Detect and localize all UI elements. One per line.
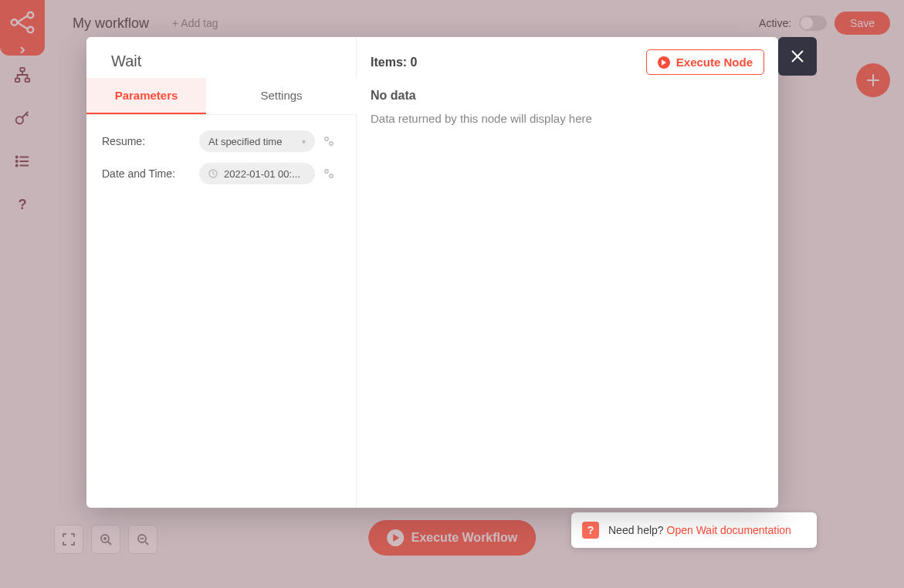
items-count: Items: 0 — [371, 56, 417, 69]
tab-settings[interactable]: Settings — [206, 78, 357, 114]
close-icon — [789, 48, 806, 65]
param-datetime-input[interactable]: 2022-01-01 00:... — [199, 163, 315, 184]
help-text: Need help? — [608, 524, 667, 536]
output-body: No data Data returned by this node will … — [357, 83, 778, 131]
gear-icon — [323, 167, 335, 180]
param-resume-select[interactable]: At specified time ▾ — [199, 130, 315, 152]
question-icon: ? — [582, 522, 599, 539]
no-data-title: No data — [371, 89, 764, 103]
param-resume-value: At specified time — [208, 136, 282, 147]
param-resume-options[interactable] — [321, 133, 337, 149]
no-data-subtitle: Data returned by this node will display … — [371, 112, 764, 125]
svg-point-17 — [330, 174, 333, 177]
tab-parameters[interactable]: Parameters — [86, 78, 206, 114]
execute-node-label: Execute Node — [676, 56, 753, 69]
svg-point-14 — [330, 142, 333, 145]
help-doc-link[interactable]: Open Wait documentation — [667, 524, 791, 536]
node-editor-panel: Wait Parameters Settings Resume: At spec… — [86, 37, 778, 508]
param-datetime-options[interactable] — [321, 166, 337, 181]
svg-point-16 — [325, 170, 328, 173]
tab-bar: Parameters Settings — [86, 78, 356, 115]
items-label-text: Items: — [371, 56, 407, 69]
svg-point-13 — [325, 137, 328, 140]
chevron-down-icon: ▾ — [302, 137, 306, 146]
execute-node-button[interactable]: Execute Node — [646, 49, 764, 75]
output-pane: Items: 0 Execute Node No data Data retur… — [357, 37, 778, 508]
params-pane: Wait Parameters Settings Resume: At spec… — [86, 37, 357, 508]
node-title: Wait — [86, 37, 356, 78]
param-resume-label: Resume: — [102, 135, 193, 147]
param-datetime-value: 2022-01-01 00:... — [224, 168, 300, 180]
output-header: Items: 0 Execute Node — [357, 37, 778, 83]
gear-icon — [323, 135, 335, 147]
items-count-value: 0 — [411, 56, 418, 69]
param-datetime-label: Date and Time: — [102, 167, 193, 180]
close-modal-button[interactable] — [778, 37, 817, 76]
clock-icon — [208, 169, 218, 178]
param-datetime-row: Date and Time: 2022-01-01 00:... — [102, 163, 340, 184]
params-body: Resume: At specified time ▾ Date and Tim… — [86, 115, 356, 200]
help-card: ? Need help? Open Wait documentation — [571, 512, 817, 548]
node-editor-modal: Wait Parameters Settings Resume: At spec… — [86, 37, 817, 508]
param-resume-row: Resume: At specified time ▾ — [102, 130, 340, 152]
play-icon — [658, 56, 670, 69]
